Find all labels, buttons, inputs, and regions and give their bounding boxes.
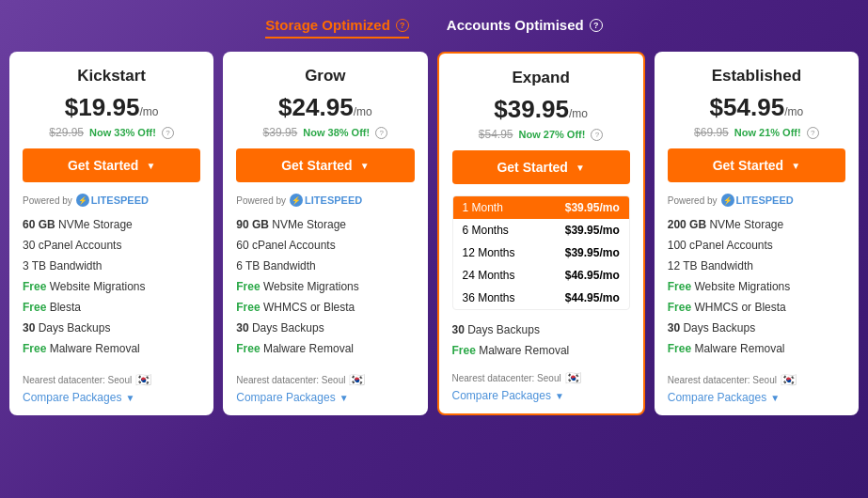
compare-packages-link[interactable]: Compare Packages ▼	[452, 389, 630, 402]
compare-label: Compare Packages	[236, 391, 335, 404]
feature-migrations: Free Website Migrations	[668, 276, 845, 297]
datacenter-label: Nearest datacenter: Seoul	[236, 375, 345, 385]
card-title: Kickstart	[23, 67, 200, 86]
datacenter-label: Nearest datacenter: Seoul	[452, 373, 561, 383]
feature-backups: 30 Days Backups	[668, 318, 845, 338]
feature-bandwidth: 3 TB Bandwidth	[23, 256, 200, 276]
dropdown-row-3[interactable]: 24 Months $46.95/mo	[453, 264, 629, 287]
old-price: $54.95	[479, 128, 513, 141]
powered-by-label: Powered by	[236, 195, 286, 206]
period-price: $39.95/mo	[565, 246, 620, 259]
card-expand: Expand$39.95/mo $54.95 Now 27% Off! ? Ge…	[437, 52, 645, 415]
feature-migrations: Free Website Migrations	[236, 276, 414, 297]
feature-bandwidth: 12 TB Bandwidth	[668, 256, 845, 276]
powered-by-label: Powered by	[668, 195, 718, 206]
feature-cpanel: 30 cPanel Accounts	[23, 235, 200, 256]
dropdown-row-0[interactable]: 1 Month $39.95/mo	[453, 196, 629, 219]
flag-icon: 🇰🇷	[781, 372, 797, 387]
powered-by: Powered by ⚡ LITESPEED	[236, 194, 414, 207]
card-price: $24.95/mo	[236, 93, 414, 122]
period-label: 24 Months	[463, 269, 515, 282]
card-old-price-row: $29.95 Now 33% Off! ?	[23, 126, 200, 139]
card-title: Grow	[236, 67, 414, 86]
dropdown-row-1[interactable]: 6 Months $39.95/mo	[453, 219, 629, 241]
discount-badge: Now 33% Off!	[89, 127, 156, 138]
feature-backups: 30 Days Backups	[236, 318, 414, 338]
feature-cpanel: 100 cPanel Accounts	[668, 235, 845, 256]
feature-bandwidth: 6 TB Bandwidth	[236, 256, 414, 276]
datacenter-label: Nearest datacenter: Seoul	[668, 375, 777, 385]
litespeed-icon: ⚡	[290, 194, 303, 207]
plan-tabs: Storage Optimized?Accounts Optimised?	[0, 0, 868, 52]
card-old-price-row: $39.95 Now 38% Off! ?	[236, 126, 414, 139]
litespeed-logo: ⚡ LITESPEED	[76, 194, 149, 207]
period-label: 6 Months	[463, 224, 509, 237]
compare-packages-link[interactable]: Compare Packages ▼	[23, 391, 200, 404]
feature-list: 60 GB NVMe Storage30 cPanel Accounts3 TB…	[23, 214, 200, 359]
period-label: 1 Month	[463, 201, 503, 214]
dropdown-row-2[interactable]: 12 Months $39.95/mo	[453, 241, 629, 264]
datacenter-info: Nearest datacenter: Seoul 🇰🇷	[452, 370, 630, 385]
datacenter-info: Nearest datacenter: Seoul 🇰🇷	[668, 372, 845, 387]
period-price: $44.95/mo	[565, 291, 620, 304]
dropdown-row-4[interactable]: 36 Months $44.95/mo	[453, 287, 629, 309]
discount-badge: Now 38% Off!	[303, 127, 370, 138]
price-per-mo: /mo	[569, 107, 588, 120]
feature-migrations: Free Website Migrations	[23, 276, 200, 297]
btn-label: Get Started	[713, 158, 783, 173]
discount-help-icon: ?	[162, 127, 174, 139]
datacenter-label: Nearest datacenter: Seoul	[23, 375, 132, 385]
compare-packages-link[interactable]: Compare Packages ▼	[236, 391, 414, 404]
powered-by: Powered by ⚡ LITESPEED	[23, 194, 200, 207]
feature-extra: Free Blesta	[23, 297, 200, 318]
litespeed-logo: ⚡ LITESPEED	[290, 194, 362, 207]
tab-storage[interactable]: Storage Optimized?	[265, 17, 409, 39]
card-footer: Nearest datacenter: Seoul 🇰🇷 Compare Pac…	[236, 363, 414, 404]
chevron-down-icon: ▼	[770, 393, 780, 403]
btn-arrow-icon: ▼	[576, 163, 585, 173]
feature-cpanel: 60 cPanel Accounts	[236, 235, 414, 256]
price-amount: $39.95	[494, 95, 569, 123]
powered-by-label: Powered by	[23, 195, 72, 206]
get-started-button[interactable]: Get Started▼	[452, 150, 630, 184]
datacenter-info: Nearest datacenter: Seoul 🇰🇷	[236, 372, 414, 387]
card-old-price-row: $54.95 Now 27% Off! ?	[452, 128, 630, 141]
discount-help-icon: ?	[807, 127, 819, 139]
chevron-down-icon: ▼	[125, 393, 134, 403]
billing-period-dropdown[interactable]: 1 Month $39.95/mo 6 Months $39.95/mo 12 …	[452, 195, 630, 310]
feature-storage: 60 GB NVMe Storage	[23, 214, 200, 235]
help-icon: ?	[590, 19, 603, 32]
feature-malware: Free Malware Removal	[23, 338, 200, 359]
card-price: $54.95/mo	[668, 93, 845, 122]
get-started-button[interactable]: Get Started▼	[668, 148, 845, 182]
tab-accounts[interactable]: Accounts Optimised?	[447, 17, 603, 39]
feature-list: 90 GB NVMe Storage60 cPanel Accounts6 TB…	[236, 214, 414, 359]
card-price: $39.95/mo	[452, 95, 630, 124]
price-amount: $54.95	[710, 93, 785, 121]
discount-badge: Now 27% Off!	[519, 129, 586, 140]
datacenter-info: Nearest datacenter: Seoul 🇰🇷	[23, 372, 200, 387]
discount-help-icon: ?	[591, 129, 603, 141]
litespeed-logo: ⚡ LITESPEED	[721, 194, 794, 207]
compare-label: Compare Packages	[668, 391, 766, 404]
card-price: $19.95/mo	[23, 93, 200, 122]
card-footer: Nearest datacenter: Seoul 🇰🇷 Compare Pac…	[668, 363, 845, 404]
feature-storage: 90 GB NVMe Storage	[236, 214, 414, 235]
card-title: Established	[668, 67, 845, 86]
card-title: Expand	[452, 69, 630, 87]
get-started-button[interactable]: Get Started▼	[23, 148, 200, 182]
card-footer: Nearest datacenter: Seoul 🇰🇷 Compare Pac…	[452, 361, 630, 402]
feature-malware: Free Malware Removal	[236, 338, 414, 359]
old-price: $39.95	[263, 126, 298, 139]
compare-packages-link[interactable]: Compare Packages ▼	[668, 391, 845, 404]
feature-storage: 200 GB NVMe Storage	[668, 214, 845, 235]
feature-list: 200 GB NVMe Storage100 cPanel Accounts12…	[668, 214, 845, 359]
feature-extra: Free WHMCS or Blesta	[668, 297, 845, 318]
cards-container: Kickstart$19.95/mo $29.95 Now 33% Off! ?…	[0, 52, 868, 425]
card-kickstart: Kickstart$19.95/mo $29.95 Now 33% Off! ?…	[9, 52, 213, 415]
flag-icon: 🇰🇷	[135, 372, 151, 387]
period-label: 12 Months	[463, 246, 515, 259]
discount-help-icon: ?	[375, 127, 387, 139]
get-started-button[interactable]: Get Started▼	[236, 148, 414, 182]
card-established: Established$54.95/mo $69.95 Now 21% Off!…	[655, 52, 859, 415]
